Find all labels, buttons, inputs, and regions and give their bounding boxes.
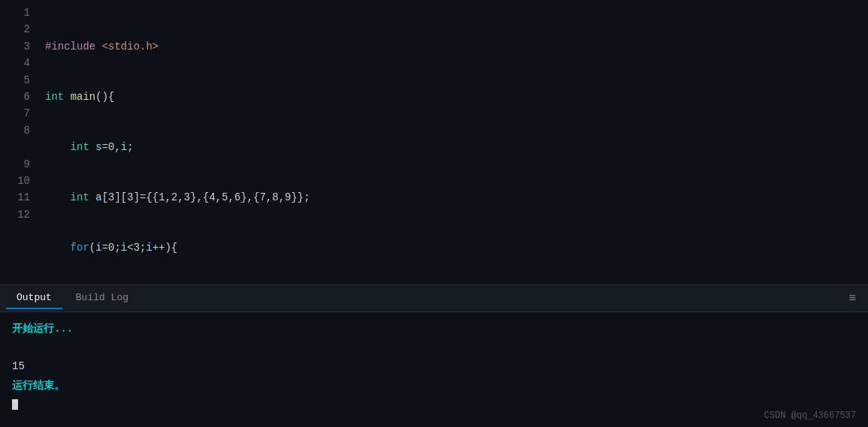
code-line-1: #include <stdio.h> [45, 38, 860, 55]
output-empty-line [12, 338, 856, 357]
code-line-3: int s=0,i; [45, 139, 860, 155]
tab-build-log[interactable]: Build Log [65, 287, 139, 309]
code-container: 1 2 3 4 5 6 7 8 9 10 11 12 #include <std… [0, 0, 868, 284]
output-cursor-line [12, 395, 856, 414]
tab-output[interactable]: Output [6, 287, 62, 309]
tab-bar: Output Build Log ≡ [0, 285, 868, 312]
code-line-2: int main(){ [45, 89, 860, 105]
watermark: CSDN @qq_43667537 [764, 410, 856, 421]
cursor [12, 399, 18, 410]
tabs-left: Output Build Log [6, 287, 139, 309]
code-line-4: int a[3][3]={{1,2,3},{4,5,6},{7,8,9}}; [45, 189, 860, 206]
output-end-line: 运行结束。 [12, 377, 856, 395]
bottom-panel: Output Build Log ≡ 开始运行... 15 运行结束。 CSDN… [0, 284, 868, 427]
output-content: 开始运行... 15 运行结束。 [0, 312, 868, 427]
editor-area: 1 2 3 4 5 6 7 8 9 10 11 12 #include <std… [0, 0, 868, 284]
line-numbers: 1 2 3 4 5 6 7 8 9 10 11 12 [0, 5, 38, 280]
code-line-5: for(i=0;i<3;i++){ [45, 239, 860, 256]
code-content[interactable]: #include <stdio.h> int main(){ int s=0,i… [38, 5, 868, 280]
output-number-line: 15 [12, 357, 856, 376]
menu-icon[interactable]: ≡ [842, 289, 862, 308]
output-start-line: 开始运行... [12, 320, 856, 338]
